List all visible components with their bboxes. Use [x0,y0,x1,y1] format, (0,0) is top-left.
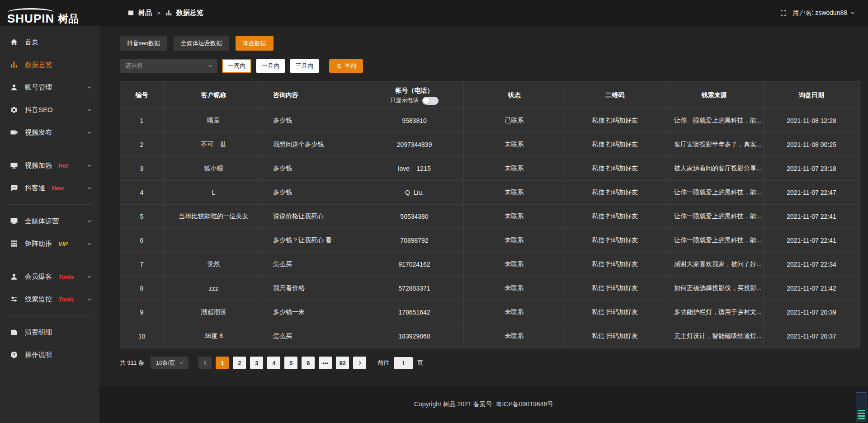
cell-id: 1 [120,109,164,133]
cell-account: 2097344839 [365,133,464,157]
user-area: 用户名: zswodun88 [780,9,855,17]
page-button-5[interactable]: 5 [284,357,297,369]
breadcrumb-current-icon [165,9,172,16]
page-button-2[interactable]: 2 [233,357,246,369]
sidebar-badge-vip: VIP [58,240,68,247]
sidebar-item-data-overview[interactable]: 数据总览 [0,53,99,76]
cell-qrcode[interactable]: 私信 扫码加好友 [565,181,665,205]
cell-content: 怎么买 [264,324,365,348]
page-button-1[interactable]: 1 [216,357,229,369]
pagination: 共 911 条 10条/页 123456•••92 前往 页 [120,357,860,369]
sidebar-item-media-operation[interactable]: 全媒体运营 [0,210,99,232]
tab-inquiry-data[interactable]: 询盘数据 [236,36,274,51]
user-menu-chevron-icon[interactable] [850,10,855,16]
cell-qrcode[interactable]: 私信 扫码加好友 [565,253,665,277]
cell-source[interactable]: 让你一眼就爱上的黑科技，能... [665,205,764,229]
goto-page-input[interactable] [394,357,413,369]
cell-status: 未联系 [464,205,565,229]
filter-select[interactable]: 请选择 [120,59,217,73]
prev-page-button[interactable] [198,357,212,369]
table-header-row: 编号客户昵称咨询内容帐号（电话）只显示电话状态二维码线索来源询盘日期 [120,82,860,109]
cell-qrcode[interactable]: 私信 扫码加好友 [565,277,665,301]
cell-id: 5 [120,205,164,229]
video-icon [10,128,18,136]
sidebar-item-label: 数据总览 [25,61,52,69]
search-button[interactable]: 查询 [329,59,363,73]
breadcrumb-current: 数据总览 [176,9,203,17]
breadcrumb-separator: > [156,9,161,16]
cell-content: 我想问这个多少钱 [264,133,365,157]
cell-qrcode[interactable]: 私信 扫码加好友 [565,229,665,253]
breadcrumb-home[interactable]: 树品 [138,9,152,17]
sidebar-item-label: 矩阵助推 [25,240,52,248]
tab-douyin-seo-data[interactable]: 抖音seo数据 [120,36,167,51]
question-icon: ? [10,351,18,359]
total-count: 共 911 条 [120,359,144,367]
sidebar-item-account-management[interactable]: 账号管理 [0,76,99,99]
cell-qrcode[interactable]: 私信 扫码加好友 [565,324,665,348]
sidebar-item-operation-guide[interactable]: ?操作说明 [0,343,99,366]
tab-media-operation-data[interactable]: 全媒体运营数据 [174,36,229,51]
sidebar-item-lead-monitor[interactable]: 线索监控Tools [0,288,99,310]
cell-source[interactable]: 多功能护栏灯，适用于乡村文... [665,301,764,324]
sidebar-item-douketong[interactable]: 抖客通New [0,177,99,199]
cell-source[interactable]: 如何正确选择投影仪，买投影... [665,277,764,301]
cell-source[interactable]: 感谢大家喜欢我家，被问了好... [665,253,764,277]
sidebar-item-consumption-detail[interactable]: 消费明细 [0,321,99,343]
range-button-week[interactable]: 一周内 [222,59,251,73]
sidebar-item-matrix-boost[interactable]: 矩阵助推VIP [0,232,99,255]
cell-qrcode[interactable]: 私信 扫码加好友 [565,301,665,324]
cell-content: 多少钱 [264,109,365,133]
data-tabs: 抖音seo数据全媒体运营数据询盘数据 [120,36,860,51]
username[interactable]: 用户名: zswodun88 [793,9,847,17]
phone-only-row: 只显示电话 [365,97,463,105]
fullscreen-icon[interactable] [780,9,787,17]
next-page-button[interactable] [353,357,366,369]
cell-source[interactable]: 无主灯设计，智能磁吸轨道灯... [665,324,764,348]
page-button-3[interactable]: 3 [250,357,263,369]
page-size-select[interactable]: 10条/页 [151,357,189,369]
sidebar-item-douyin-seo[interactable]: 抖音SEO [0,99,99,121]
cell-source[interactable]: 让你一眼就爱上的黑科技，能... [665,229,764,253]
column-header-source: 线索来源 [665,82,764,109]
mini-monitor-stripes [858,410,865,421]
range-button-month[interactable]: 一月内 [256,59,285,73]
page-button-4[interactable]: 4 [267,357,280,369]
filter-select-value: 请选择 [125,62,143,70]
topbar: 树品 > 数据总览 用户名: zswodun88 [99,0,868,26]
page-button-92[interactable]: 92 [336,357,349,369]
table-row: 9潮起潮落多少钱一米178651642未联系私信 扫码加好友多功能护栏灯，适用于… [120,301,860,324]
sidebar-item-home[interactable]: 首页 [0,31,99,53]
footer: Copyright 树品 2021 备案号: 粤ICP备09019646号 [99,386,868,423]
select-chevron-icon [208,63,213,69]
sidebar-item-label: 消费明细 [25,328,52,337]
phone-only-toggle[interactable] [422,97,439,105]
monitor-icon [10,217,18,225]
cell-account: 183929060 [365,324,464,348]
goto-suffix: 页 [417,359,423,367]
cell-source[interactable]: 让你一眼就爱上的黑科技，能... [665,181,764,205]
cell-qrcode[interactable]: 私信 扫码加好友 [565,205,665,229]
cell-nickname: 狐小狸 [164,157,264,181]
cell-qrcode[interactable]: 私信 扫码加好友 [565,109,665,133]
cell-source[interactable]: 让你一眼就爱上的黑科技，能... [665,109,764,133]
svg-text:?: ? [13,352,15,357]
cell-source[interactable]: 被大家追着问的客厅投影分享... [665,157,764,181]
cell-qrcode[interactable]: 私信 扫码加好友 [565,157,665,181]
range-button-quarter[interactable]: 三月内 [290,59,319,73]
sidebar-item-label: 会员爆客 [25,273,52,281]
cell-id: 10 [120,324,164,348]
sidebar-badge-tools: Tools [58,296,74,303]
sidebar-item-video-heating[interactable]: 视频加热Hot [0,154,99,177]
table-row: 7觉然怎么买917024162未联系私信 扫码加好友感谢大家喜欢我家，被问了好.… [120,253,860,277]
chevron-down-icon [86,218,92,224]
more-pages-button[interactable]: ••• [319,357,332,369]
sidebar-item-video-publish[interactable]: 视频发布 [0,121,99,144]
logo: SHUPIN 树品 [0,0,99,26]
sidebar-badge-tools: Tools [58,273,74,280]
cell-qrcode[interactable]: 私信 扫码加好友 [565,133,665,157]
chevron-down-icon [86,107,92,113]
page-button-6[interactable]: 6 [302,357,315,369]
cell-source[interactable]: 客厅安装投影半年多了，真实... [665,133,764,157]
sidebar-item-member-baoke[interactable]: 会员爆客Tools [0,265,99,288]
